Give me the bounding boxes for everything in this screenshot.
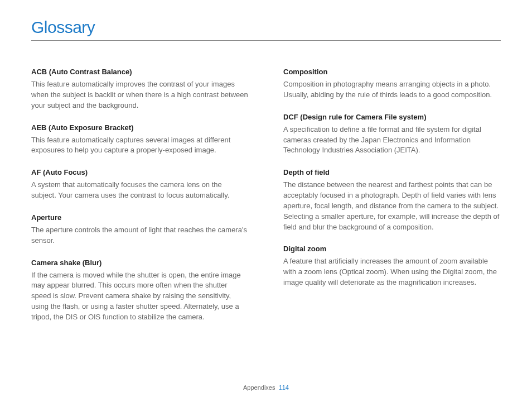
term: AEB (Auto Exposure Bracket) (31, 123, 249, 132)
definition: Composition in photography means arrangi… (283, 79, 501, 100)
footer-section: Appendixes (243, 384, 275, 391)
page-number: 114 (279, 384, 289, 391)
term: Aperture (31, 213, 249, 222)
left-column: ACB (Auto Contrast Balance) This feature… (31, 68, 249, 335)
definition: The aperture controls the amount of ligh… (31, 225, 249, 246)
term: Digital zoom (283, 245, 501, 253)
glossary-entry: Aperture The aperture controls the amoun… (31, 213, 249, 246)
definition: A feature that artificially increases th… (283, 256, 501, 288)
glossary-entry: AEB (Auto Exposure Bracket) This feature… (31, 123, 249, 156)
content-columns: ACB (Auto Contrast Balance) This feature… (31, 68, 501, 335)
term: Camera shake (Blur) (31, 259, 249, 267)
definition: If the camera is moved while the shutter… (31, 270, 249, 323)
glossary-entry: DCF (Design rule for Camera File system)… (283, 113, 501, 156)
term: Depth of field (283, 168, 501, 176)
definition: A specification to define a file format … (283, 125, 501, 156)
term: AF (Auto Focus) (31, 168, 249, 176)
definition: The distance between the nearest and far… (283, 180, 501, 232)
term: Composition (283, 68, 501, 76)
glossary-entry: AF (Auto Focus) A system that automatica… (31, 168, 249, 201)
term: DCF (Design rule for Camera File system) (283, 113, 501, 121)
page-title: Glossary (31, 18, 501, 41)
glossary-entry: ACB (Auto Contrast Balance) This feature… (31, 68, 249, 111)
term: ACB (Auto Contrast Balance) (31, 68, 249, 76)
glossary-entry: Digital zoom A feature that artificially… (283, 245, 501, 288)
glossary-entry: Camera shake (Blur) If the camera is mov… (31, 259, 249, 323)
definition: This feature automatically improves the … (31, 79, 249, 111)
glossary-entry: Composition Composition in photography m… (283, 68, 501, 100)
definition: A system that automatically focuses the … (31, 180, 249, 201)
glossary-entry: Depth of field The distance between the … (283, 168, 501, 232)
definition: This feature automatically captures seve… (31, 135, 249, 156)
page-footer: Appendixes 114 (0, 384, 532, 391)
right-column: Composition Composition in photography m… (283, 68, 501, 335)
